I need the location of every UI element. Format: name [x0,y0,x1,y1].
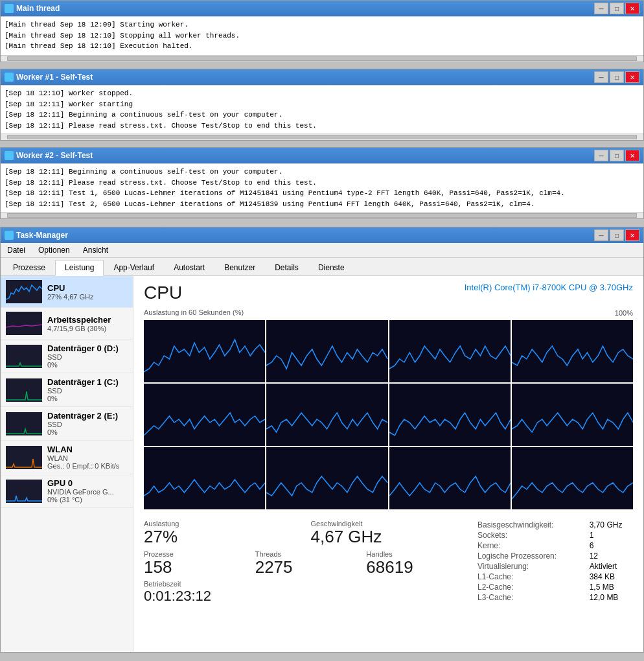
cpu-chart-percent: 100% [615,309,633,317]
worker2-controls[interactable]: ─ □ ✕ [594,150,639,161]
prozesse-value: 158 [144,558,236,577]
tab-autostart[interactable]: Autostart [164,260,214,275]
info-row-l2: L2-Cache: 1,5 MB [477,582,633,592]
wlan-sidebar-sub2: Ges.: 0 Empf.: 0 KBit/s [47,462,128,470]
close-button[interactable]: ✕ [625,3,639,14]
tab-details[interactable]: Details [265,260,308,275]
betriebszeit-label: Betriebszeit [144,580,458,588]
taskmanager-title: Task-Manager [5,231,68,240]
threads-label: Threads [255,550,347,558]
handles-label: Handles [366,550,458,558]
spacer-3 [0,222,644,226]
cpu-cell-1 [266,320,387,382]
disk0-sidebar-name: Datenträger 0 (D:) [47,343,128,353]
minimize-button[interactable]: ─ [594,229,608,241]
tab-leistung[interactable]: Leistung [55,260,104,276]
minimize-button[interactable]: ─ [594,3,608,14]
tab-prozesse[interactable]: Prozesse [3,260,55,275]
info-row-l1: L1-Cache: 384 KB [477,572,633,582]
info-row-logische: Logische Prozessoren: 12 [477,551,633,561]
main-thread-title: Main thread [5,4,60,13]
scrollbar-thumb[interactable] [7,213,637,218]
scrollbar-thumb[interactable] [7,56,637,61]
kerne-value: 6 [590,540,633,551]
info-row-kerne: Kerne: 6 [477,540,633,551]
gpu0-sidebar-sub1: NVIDIA GeForce G... [47,488,128,496]
main-thread-controls[interactable]: ─ □ ✕ [594,3,639,14]
main-thread-icon [5,4,14,13]
prozesse-block: Prozesse 158 [144,550,236,577]
taskmanager-sidebar: CPU 27% 4,67 GHz Arbeitsspeicher 4,7/15,… [1,276,133,652]
maximize-button[interactable]: □ [610,71,624,83]
wlan-sidebar-info: WLAN WLAN Ges.: 0 Empf.: 0 KBit/s [47,445,128,470]
minimize-button[interactable]: ─ [594,71,608,83]
close-button[interactable]: ✕ [625,150,639,161]
maximize-button[interactable]: □ [610,3,624,14]
disk1-sidebar-sub1: SSD [47,387,128,395]
svg-rect-4 [144,384,265,446]
menu-datei[interactable]: Datei [5,244,28,256]
betriebszeit-value: 0:01:23:12 [144,588,458,605]
worker2-scrollbar[interactable] [1,212,643,218]
l2-label: L2-Cache: [477,582,590,592]
sidebar-item-cpu[interactable]: CPU 27% 4,67 GHz [1,276,133,308]
taskmanager-body: CPU 27% 4,67 GHz Arbeitsspeicher 4,7/15,… [1,276,643,652]
disk2-sidebar-sub1: SSD [47,421,128,428]
worker1-titlebar: Worker #1 - Self-Test ─ □ ✕ [1,69,643,85]
cpu-cell-0 [144,320,265,382]
gpu0-sidebar-sub2: 0% (31 °C) [47,496,128,504]
cpu-cell-8 [144,447,265,509]
worker2-content: [Sep 18 12:11] Beginning a continuous se… [1,163,643,212]
cpu-thumb [6,280,42,303]
tab-benutzer[interactable]: Benutzer [214,260,265,275]
sidebar-item-gpu0[interactable]: GPU 0 NVIDIA GeForce G... 0% (31 °C) [1,474,133,508]
worker1-controls[interactable]: ─ □ ✕ [594,71,639,83]
main-thread-content: [Main thread Sep 18 12:09] Starting work… [1,16,643,55]
svg-rect-2 [389,320,511,382]
cpu-cell-9 [266,447,387,509]
lower-section: Auslastung 27% Geschwindigkeit 4,67 GHz … [144,520,633,605]
menu-optionen[interactable]: Optionen [36,244,73,256]
worker1-scrollbar[interactable] [1,133,643,140]
handles-block: Handles 68619 [366,550,458,577]
gpu0-thumb [6,480,42,503]
sidebar-item-disk2[interactable]: Datenträger 2 (E:) SSD 0% [1,407,133,441]
tab-dienste[interactable]: Dienste [308,260,354,275]
sidebar-item-memory[interactable]: Arbeitsspeicher 4,7/15,9 GB (30%) [1,308,133,340]
basisgeschwindigkeit-value: 3,70 GHz [590,520,633,530]
cpu-cell-3 [512,320,633,382]
gpu0-sidebar-info: GPU 0 NVIDIA GeForce G... 0% (31 °C) [47,478,128,504]
lower-left: Auslastung 27% Geschwindigkeit 4,67 GHz … [144,520,458,605]
taskmanager-titlebar: Task-Manager ─ □ ✕ [1,227,643,243]
auslastung-value: 27% [144,528,292,546]
sidebar-item-disk0[interactable]: Datenträger 0 (D:) SSD 0% [1,340,133,373]
logische-label: Logische Prozessoren: [477,551,590,561]
taskmanager-window: Task-Manager ─ □ ✕ Datei Optionen Ansich… [0,227,644,653]
cpu-cell-11 [512,447,633,509]
basisgeschwindigkeit-label: Basisgeschwindigkeit: [477,520,590,530]
svg-rect-1 [266,320,387,382]
disk1-sidebar-name: Datenträger 1 (C:) [47,377,128,387]
disk0-sidebar-info: Datenträger 0 (D:) SSD 0% [47,343,128,369]
memory-sidebar-info: Arbeitsspeicher 4,7/15,9 GB (30%) [47,315,128,332]
cpu-cell-7 [512,384,633,446]
close-button[interactable]: ✕ [625,71,639,83]
svg-rect-0 [144,320,265,382]
restore-button[interactable]: □ [610,229,624,241]
sidebar-item-wlan[interactable]: WLAN WLAN Ges.: 0 Empf.: 0 KBit/s [1,441,133,474]
close-button[interactable]: ✕ [625,229,639,241]
threads-value: 2275 [255,558,347,577]
threads-block: Threads 2275 [255,550,347,577]
info-row-sockets: Sockets: 1 [477,530,633,540]
l1-label: L1-Cache: [477,572,590,582]
tab-app-verlauf[interactable]: App-Verlauf [104,260,164,275]
sidebar-item-disk1[interactable]: Datenträger 1 (C:) SSD 0% [1,373,133,407]
geschwindigkeit-block: Geschwindigkeit 4,67 GHz [311,520,459,546]
menu-ansicht[interactable]: Ansicht [80,244,111,256]
taskmanager-controls[interactable]: ─ □ ✕ [594,229,639,241]
main-thread-window: Main thread ─ □ ✕ [Main thread Sep 18 12… [0,0,644,62]
scrollbar-thumb[interactable] [7,135,637,139]
minimize-button[interactable]: ─ [594,150,608,161]
main-thread-scrollbar[interactable] [1,55,643,62]
maximize-button[interactable]: □ [610,150,624,161]
